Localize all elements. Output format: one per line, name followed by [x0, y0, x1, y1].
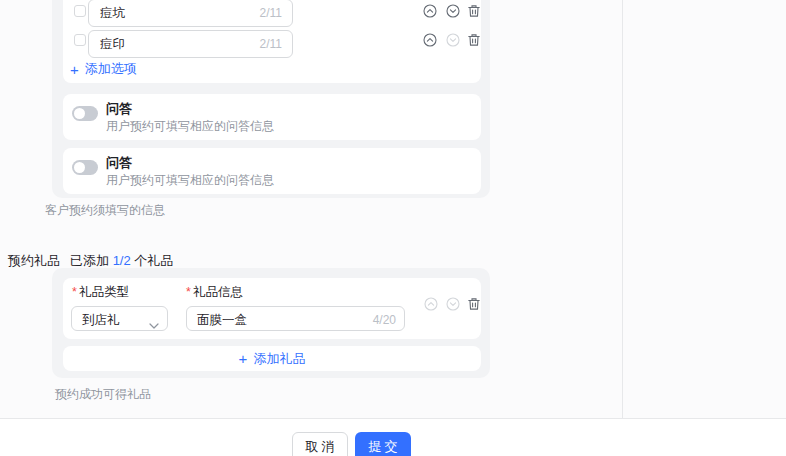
delete-icon[interactable]: [467, 297, 481, 311]
qa-subtitle: 用户预约可填写相应的问答信息: [106, 118, 274, 135]
qa-subtitle: 用户预约可填写相应的问答信息: [106, 172, 274, 189]
qa-card: 问答 用户预约可填写相应的问答信息: [63, 148, 481, 194]
gift-added-prefix: 已添加: [70, 253, 109, 268]
submit-button[interactable]: 提交: [355, 432, 411, 456]
plus-icon: +: [70, 63, 79, 76]
gift-section-label: 预约礼品: [8, 252, 60, 270]
required-mark: *: [186, 285, 191, 299]
qa-card: 问答 用户预约可填写相应的问答信息: [63, 94, 481, 140]
gift-info-value: 面膜一盒: [197, 307, 247, 334]
qa-title: 问答: [106, 154, 132, 172]
add-gift-button[interactable]: + 添加礼品: [63, 346, 481, 371]
qa-toggle[interactable]: [72, 160, 98, 175]
qa-title: 问答: [106, 100, 132, 118]
char-counter: 4/20: [373, 307, 396, 334]
gift-type-label: *礼品类型: [72, 284, 129, 301]
delete-icon[interactable]: [467, 4, 481, 18]
add-option-label: 添加选项: [85, 60, 137, 78]
char-counter: 2/11: [260, 0, 282, 27]
move-down-icon[interactable]: [446, 4, 460, 18]
add-option-button[interactable]: + 添加选项: [70, 60, 137, 78]
gift-type-value: 到店礼: [82, 307, 120, 334]
move-up-icon[interactable]: [423, 33, 437, 47]
gift-success-hint: 预约成功可得礼品: [55, 386, 151, 403]
option-checkbox[interactable]: [74, 5, 86, 17]
option-input[interactable]: 痘坑 2/11: [88, 0, 293, 27]
cancel-button[interactable]: 取消: [292, 432, 348, 456]
required-info-hint: 客户预约须填写的信息: [45, 202, 165, 219]
move-up-icon: [424, 297, 438, 311]
option-checkbox[interactable]: [74, 34, 86, 46]
toggle-knob: [74, 108, 85, 119]
char-counter: 2/11: [260, 31, 282, 58]
option-value: 痘坑: [100, 0, 125, 27]
gift-type-select[interactable]: 到店礼: [71, 306, 168, 331]
plus-icon: +: [239, 352, 248, 365]
chevron-down-icon: [149, 315, 159, 323]
gift-info-label: *礼品信息: [186, 284, 243, 301]
delete-icon[interactable]: [467, 33, 481, 47]
gift-card: *礼品类型 *礼品信息 到店礼 面膜一盒 4/20: [63, 278, 481, 339]
qa-toggle[interactable]: [72, 106, 98, 121]
gift-info-input[interactable]: 面膜一盒 4/20: [186, 306, 405, 331]
toggle-knob: [74, 162, 85, 173]
option-list-card: 痘坑 2/11 痘印 2/11 + 添加选项: [63, 0, 481, 83]
move-down-icon: [446, 297, 460, 311]
page: 痘坑 2/11 痘印 2/11 + 添加选项: [0, 0, 786, 456]
add-gift-label: 添加礼品: [253, 350, 305, 368]
panel-divider: [622, 0, 623, 419]
option-value: 痘印: [100, 31, 125, 58]
footer-bar: 取消 提交: [0, 419, 786, 456]
required-mark: *: [72, 285, 77, 299]
gift-added-count[interactable]: 1/2: [113, 253, 131, 268]
move-up-icon[interactable]: [423, 4, 437, 18]
gift-added-suffix: 个礼品: [134, 253, 173, 268]
move-down-icon: [446, 33, 460, 47]
option-input[interactable]: 痘印 2/11: [88, 30, 293, 58]
